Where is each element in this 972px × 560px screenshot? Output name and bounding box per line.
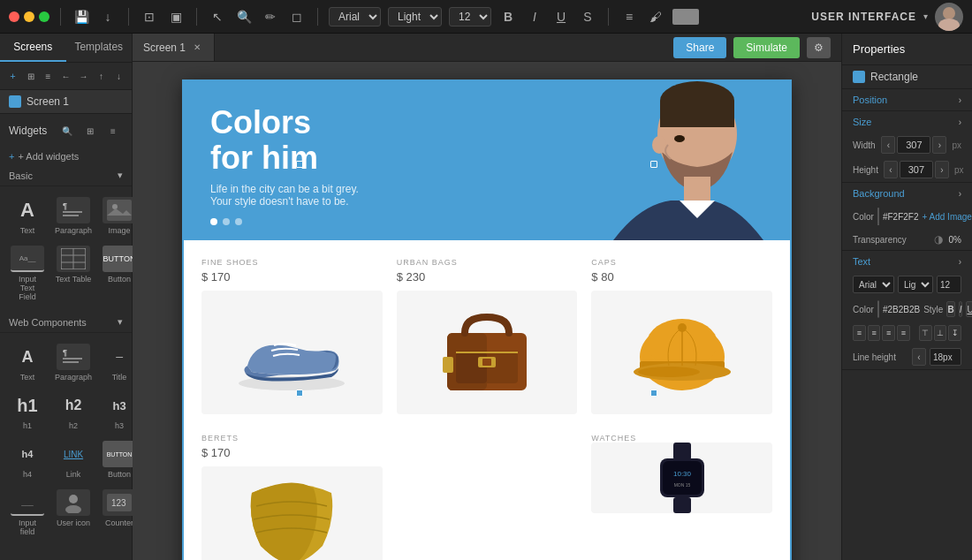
minimize-button[interactable] [24,11,34,22]
text-section-header[interactable]: Text › [842,251,972,272]
text-font-select[interactable]: Arial [853,276,894,293]
add-image-button[interactable]: + Add Image [922,212,971,222]
arrow-up-icon[interactable]: ↑ [94,66,109,86]
avatar[interactable] [935,3,963,31]
width-increase-btn[interactable]: › [932,136,946,154]
widget-list-icon[interactable]: ≡ [103,121,123,140]
background-section-header[interactable]: Background › [842,183,972,204]
canvas-area[interactable]: NEW OVERVIEW GALLERY CONTACT Colorsfor h… [133,62,841,560]
align-left-button[interactable]: ≡ [853,325,866,341]
search-icon[interactable]: 🔍 [234,7,254,26]
arrow-left-icon[interactable]: ← [58,66,73,86]
tab-templates[interactable]: Templates [66,34,133,62]
handle-tr[interactable] [650,161,657,168]
height-label: Height [853,165,878,175]
text-size-input[interactable] [937,276,961,293]
align-top-button[interactable]: ⊤ [919,325,932,341]
wc-widget-link[interactable]: LINK Link [51,437,95,482]
widget-input[interactable]: Aa__ Input Text Field [7,242,48,305]
align-middle-button[interactable]: ⊥ [934,325,947,341]
screen-view-icon[interactable]: ⊞ [23,66,38,86]
share-button[interactable]: Share [673,37,726,58]
align-justify-button[interactable]: ≡ [897,325,910,341]
separator [196,8,197,26]
italic-icon[interactable]: I [525,7,544,26]
height-increase-btn[interactable]: › [935,161,949,178]
image-widget-icon [103,197,136,223]
save-icon[interactable]: 💾 [72,7,91,26]
dot-1[interactable] [210,218,217,225]
dot-3[interactable] [235,218,242,225]
frame-icon[interactable]: ⊡ [140,7,159,26]
text-color-swatch[interactable] [877,300,879,318]
add-widgets-button[interactable]: + + Add widgets [0,148,132,165]
lh-decrease-btn[interactable]: ‹ [912,348,926,366]
align-center-button[interactable]: ≡ [868,325,881,341]
text-weight-select[interactable]: Light [898,276,933,293]
bold-icon[interactable]: B [498,7,518,26]
text-color-row: Color #2B2B2B Style B I U [842,297,972,322]
wc-widget-h2[interactable]: h2 h2 [51,389,95,434]
download-icon[interactable]: ↓ [98,7,118,26]
paint-icon[interactable]: 🖌 [646,7,665,26]
wc-widget-input[interactable]: ___ Input field [7,486,48,540]
handle-tl[interactable] [296,161,303,168]
lineheight-input[interactable] [930,348,961,366]
widget-grid-icon[interactable]: ⊞ [80,121,100,140]
underline-style-button[interactable]: U [966,301,972,317]
add-screen-icon[interactable]: + [5,66,20,86]
wc-widget-user[interactable]: User icon [51,486,95,540]
widget-table[interactable]: Text Table [51,242,95,305]
width-label: Width [853,140,876,150]
close-button[interactable] [9,11,19,22]
canvas-tab-screen1[interactable]: Screen 1 ✕ [133,34,215,61]
handle-bl[interactable] [296,390,303,397]
basic-section-header[interactable]: Basic ▾ [0,165,132,186]
chevron-down-icon[interactable]: ▾ [923,11,928,21]
italic-style-button[interactable]: I [959,301,963,317]
strikethrough-icon[interactable]: S [578,7,597,26]
settings-button[interactable]: ⚙ [807,37,831,58]
align-icon[interactable]: ≡ [619,7,639,26]
webcomponents-section-header[interactable]: Web Components ▾ [0,312,132,333]
wc-widget-text[interactable]: A Text [7,340,48,385]
bold-style-button[interactable]: B [946,301,954,317]
design-canvas: NEW OVERVIEW GALLERY CONTACT Colorsfor h… [182,79,792,560]
handle-br[interactable] [650,390,657,397]
style-label: Style [923,305,943,314]
position-section-header[interactable]: Position › [842,89,972,110]
arrow-down-icon[interactable]: ↓ [111,66,126,86]
screen-icon[interactable]: ▣ [166,7,186,26]
select-icon[interactable]: ↖ [208,7,227,26]
tab-close-icon[interactable]: ✕ [191,42,203,54]
width-input[interactable] [897,136,930,154]
width-decrease-btn[interactable]: ‹ [881,136,895,154]
pencil-icon[interactable]: ✏ [261,7,280,26]
wc-widget-h4[interactable]: h4 h4 [7,437,48,482]
bg-color-swatch[interactable] [877,208,879,225]
simulate-button[interactable]: Simulate [733,37,800,58]
maximize-button[interactable] [39,11,49,22]
screen-list-icon[interactable]: ≡ [41,66,56,86]
wc-widget-paragraph[interactable]: ¶ Paragraph [51,340,95,385]
height-input[interactable] [900,161,933,178]
wc-widget-h1[interactable]: h1 h1 [7,389,48,434]
font-weight-select[interactable]: Light [388,7,442,26]
font-family-select[interactable]: Arial [329,7,381,26]
main-layout: Screens Templates + ⊞ ≡ ← → ↑ ↓ Screen 1… [0,34,972,560]
font-size-select[interactable]: 12 [449,7,491,26]
size-section-header[interactable]: Size › [842,111,972,132]
height-decrease-btn[interactable]: ‹ [884,161,898,178]
align-right-button[interactable]: ≡ [882,325,895,341]
shapes-icon[interactable]: ◻ [287,7,307,26]
widget-paragraph[interactable]: ¶ Paragraph [51,193,95,238]
align-bottom-button[interactable]: ↧ [948,325,961,341]
tab-screens[interactable]: Screens [0,34,66,62]
underline-icon[interactable]: U [551,7,571,26]
widget-search-icon[interactable]: 🔍 [57,121,77,140]
dot-2[interactable] [223,218,230,225]
color-picker[interactable] [672,9,699,25]
arrow-right-icon[interactable]: → [76,66,91,86]
screen-item[interactable]: Screen 1 [0,90,132,113]
widget-text[interactable]: A Text [7,193,48,238]
